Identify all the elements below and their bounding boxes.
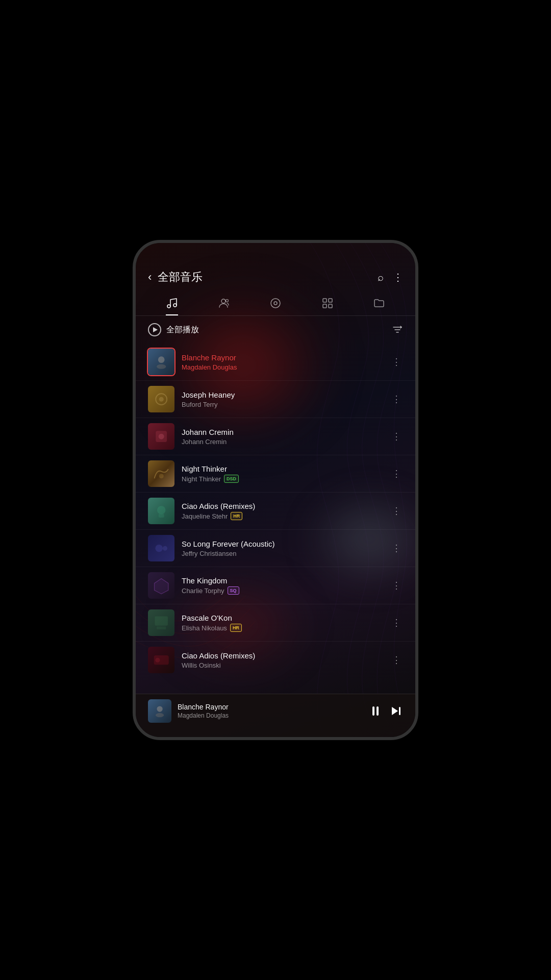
svg-point-17: [157, 506, 165, 514]
song-title: So Long Forever (Acoustic): [182, 540, 383, 548]
song-artist: Buford Terry: [182, 401, 218, 408]
header: ‹ 全部音乐 ⌕ ⋮: [136, 243, 415, 293]
song-details: Johann Cremin Johann Cremin: [182, 428, 383, 446]
song-item[interactable]: So Long Forever (Acoustic) Jeffry Christ…: [136, 529, 415, 567]
song-artist: Charlie Torphy: [182, 587, 224, 595]
quality-badge-hr: HR: [231, 512, 242, 521]
tab-folders[interactable]: [373, 297, 385, 315]
phone-device: ‹ 全部音乐 ⌕ ⋮: [133, 240, 418, 740]
song-artist-row: Jaqueline Stehr HR: [182, 512, 383, 521]
tab-albums[interactable]: [269, 297, 282, 315]
song-artist: Johann Cremin: [182, 438, 227, 446]
song-artist: Night Thinker: [182, 475, 221, 483]
song-item[interactable]: Ciao Adios (Remixes) Jaqueline Stehr HR …: [136, 492, 415, 529]
song-item[interactable]: Johann Cremin Johann Cremin ⋮: [136, 418, 415, 455]
pause-bar-right: [377, 706, 379, 716]
mini-player-controls: [372, 704, 403, 718]
svg-point-15: [159, 434, 164, 439]
song-title: Ciao Adios (Remixes): [182, 502, 383, 510]
back-button[interactable]: ‹: [148, 271, 152, 284]
play-triangle: [153, 327, 158, 332]
tab-artists[interactable]: [217, 297, 230, 315]
quality-badge-sq: SQ: [228, 586, 239, 595]
song-item[interactable]: Blanche Raynor Magdalen Douglas ⋮: [136, 344, 415, 380]
more-options-button[interactable]: ⋮: [390, 541, 403, 556]
song-artist-row: Charlie Torphy SQ: [182, 586, 383, 595]
mini-player-info: Blanche Raynor Magdalen Douglas: [178, 703, 366, 719]
song-details: So Long Forever (Acoustic) Jeffry Christ…: [182, 540, 383, 557]
mini-player-thumbnail: [148, 699, 171, 723]
more-options-button[interactable]: ⋮: [390, 466, 403, 481]
song-item[interactable]: Night Thinker Night Thinker DSD ⋮: [136, 455, 415, 492]
svg-point-13: [159, 397, 163, 401]
tab-songs[interactable]: [166, 297, 178, 315]
folders-icon: [373, 297, 385, 309]
song-artist-row: Night Thinker DSD: [182, 475, 383, 483]
tab-bar: [136, 293, 415, 316]
next-button[interactable]: [389, 704, 403, 718]
song-item[interactable]: The Kingdom Charlie Torphy SQ ⋮: [136, 567, 415, 604]
svg-point-1: [173, 304, 177, 307]
song-artist-row: Jeffry Christiansen: [182, 550, 383, 557]
song-details: The Kingdom Charlie Torphy SQ: [182, 576, 383, 595]
song-artist-row: Elisha Nikolaus HR: [182, 624, 383, 632]
svg-point-3: [226, 300, 229, 302]
more-options-button[interactable]: ⋮: [390, 652, 403, 668]
svg-point-4: [271, 299, 280, 308]
play-all-button[interactable]: 全部播放: [148, 323, 199, 336]
song-title: Pascale O'Kon: [182, 614, 383, 622]
mini-player[interactable]: Blanche Raynor Magdalen Douglas: [136, 694, 415, 737]
more-options-button[interactable]: ⋮: [390, 578, 403, 593]
more-options-button[interactable]: ⋮: [390, 354, 403, 370]
song-details: Ciao Adios (Remixes) Jaqueline Stehr HR: [182, 502, 383, 521]
svg-point-20: [163, 546, 167, 550]
svg-rect-22: [157, 626, 166, 629]
pause-bar-left: [372, 706, 374, 716]
svg-point-10: [158, 356, 165, 363]
song-artist-row: Willis Osinski: [182, 662, 383, 669]
more-options-button[interactable]: ⋮: [390, 503, 403, 519]
song-item[interactable]: Pascale O'Kon Elisha Nikolaus HR ⋮: [136, 604, 415, 641]
song-artist: Elisha Nikolaus: [182, 624, 227, 632]
song-title: Blanche Raynor: [182, 353, 383, 362]
svg-point-19: [155, 545, 163, 552]
more-options-button[interactable]: ⋮: [390, 391, 403, 407]
song-artist: Jeffry Christiansen: [182, 550, 236, 557]
song-title: Joseph Heaney: [182, 390, 383, 399]
song-artist-row: Magdalen Douglas: [182, 363, 383, 371]
song-artist: Willis Osinski: [182, 662, 221, 669]
song-item[interactable]: Ciao Adios (Remixes) Willis Osinski ⋮: [136, 641, 415, 678]
sort-icon[interactable]: [392, 324, 403, 335]
song-thumbnail: [148, 647, 174, 673]
song-details: Ciao Adios (Remixes) Willis Osinski: [182, 651, 383, 669]
pause-button[interactable]: [372, 706, 379, 716]
tab-grid[interactable]: [321, 297, 334, 315]
mini-player-title: Blanche Raynor: [178, 703, 366, 711]
svg-point-26: [156, 713, 164, 717]
song-details: Night Thinker Night Thinker DSD: [182, 464, 383, 483]
song-item[interactable]: Joseph Heaney Buford Terry ⋮: [136, 380, 415, 418]
play-all-bar: 全部播放: [136, 316, 415, 344]
song-details: Joseph Heaney Buford Terry: [182, 390, 383, 408]
phone-screen: ‹ 全部音乐 ⌕ ⋮: [136, 243, 415, 737]
page-title: 全部音乐: [158, 270, 371, 285]
song-thumbnail: [148, 460, 174, 487]
svg-point-0: [167, 305, 170, 308]
play-all-label: 全部播放: [166, 325, 199, 335]
more-menu-button[interactable]: ⋮: [393, 271, 403, 283]
more-options-button[interactable]: ⋮: [390, 429, 403, 444]
svg-point-11: [157, 364, 166, 369]
svg-point-16: [159, 474, 163, 478]
song-artist-row: Buford Terry: [182, 401, 383, 408]
search-button[interactable]: ⌕: [378, 272, 384, 283]
svg-rect-21: [155, 616, 167, 625]
song-artist-row: Johann Cremin: [182, 438, 383, 446]
albums-icon: [269, 297, 282, 309]
song-details: Pascale O'Kon Elisha Nikolaus HR: [182, 614, 383, 632]
song-artist: Jaqueline Stehr: [182, 512, 228, 520]
more-options-button[interactable]: ⋮: [390, 615, 403, 630]
song-thumbnail: [148, 535, 174, 561]
music-icon: [166, 297, 178, 309]
artists-icon: [217, 297, 230, 309]
song-thumbnail: [148, 349, 174, 375]
